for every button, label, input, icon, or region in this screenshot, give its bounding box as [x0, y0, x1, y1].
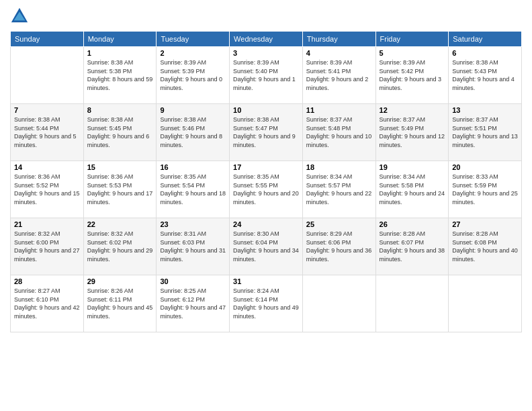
day-info: Sunrise: 8:33 AMSunset: 5:59 PMDaylight:… [452, 173, 518, 206]
calendar-cell: 9Sunrise: 8:38 AMSunset: 5:46 PMDaylight… [157, 104, 230, 161]
day-number: 23 [160, 220, 226, 228]
calendar-cell: 21Sunrise: 8:32 AMSunset: 6:00 PMDayligh… [11, 218, 84, 275]
page: SundayMondayTuesdayWednesdayThursdayFrid… [0, 0, 532, 411]
day-info: Sunrise: 8:34 AMSunset: 5:58 PMDaylight:… [380, 173, 445, 206]
day-info: Sunrise: 8:38 AMSunset: 5:45 PMDaylight:… [87, 116, 153, 149]
day-number: 2 [160, 49, 226, 57]
calendar-cell: 5Sunrise: 8:39 AMSunset: 5:42 PMDaylight… [375, 47, 449, 104]
calendar-header-row: SundayMondayTuesdayWednesdayThursdayFrid… [11, 32, 522, 47]
logo-icon [10, 7, 29, 26]
day-number: 10 [233, 106, 299, 114]
day-number: 30 [160, 277, 226, 285]
calendar-week-2: 7Sunrise: 8:38 AMSunset: 5:44 PMDaylight… [11, 104, 522, 161]
calendar-cell: 23Sunrise: 8:31 AMSunset: 6:03 PMDayligh… [157, 218, 230, 275]
day-info: Sunrise: 8:38 AMSunset: 5:38 PMDaylight:… [87, 58, 153, 92]
day-number: 27 [452, 220, 518, 228]
calendar-week-4: 21Sunrise: 8:32 AMSunset: 6:00 PMDayligh… [11, 218, 522, 275]
calendar-cell [11, 47, 84, 104]
calendar-header-wednesday: Wednesday [230, 32, 303, 47]
day-info: Sunrise: 8:27 AMSunset: 6:10 PMDaylight:… [14, 287, 80, 320]
calendar-header-sunday: Sunday [11, 32, 84, 47]
day-number: 1 [87, 49, 153, 57]
day-info: Sunrise: 8:36 AMSunset: 5:53 PMDaylight:… [87, 173, 153, 206]
day-info: Sunrise: 8:37 AMSunset: 5:51 PMDaylight:… [452, 116, 518, 149]
calendar-cell: 14Sunrise: 8:36 AMSunset: 5:52 PMDayligh… [11, 161, 84, 218]
calendar-cell: 31Sunrise: 8:24 AMSunset: 6:14 PMDayligh… [230, 275, 303, 332]
day-number: 11 [306, 106, 372, 114]
calendar-cell: 18Sunrise: 8:34 AMSunset: 5:57 PMDayligh… [302, 161, 375, 218]
day-info: Sunrise: 8:28 AMSunset: 6:07 PMDaylight:… [380, 230, 445, 263]
day-info: Sunrise: 8:30 AMSunset: 6:04 PMDaylight:… [233, 230, 299, 263]
day-number: 26 [380, 220, 445, 228]
calendar-header-saturday: Saturday [449, 32, 522, 47]
day-number: 5 [380, 49, 445, 57]
calendar-table: SundayMondayTuesdayWednesdayThursdayFrid… [10, 31, 522, 332]
calendar-cell: 7Sunrise: 8:38 AMSunset: 5:44 PMDaylight… [11, 104, 84, 161]
day-number: 22 [87, 220, 153, 228]
day-number: 31 [233, 277, 299, 285]
calendar-cell [375, 275, 449, 332]
calendar-cell: 29Sunrise: 8:26 AMSunset: 6:11 PMDayligh… [83, 275, 157, 332]
calendar-cell: 27Sunrise: 8:28 AMSunset: 6:08 PMDayligh… [449, 218, 522, 275]
day-info: Sunrise: 8:38 AMSunset: 5:46 PMDaylight:… [160, 116, 226, 149]
calendar-cell: 3Sunrise: 8:39 AMSunset: 5:40 PMDaylight… [230, 47, 303, 104]
day-number: 18 [306, 163, 372, 171]
day-number: 13 [452, 106, 518, 114]
day-info: Sunrise: 8:28 AMSunset: 6:08 PMDaylight:… [452, 230, 518, 263]
day-number: 16 [160, 163, 226, 171]
calendar-header-tuesday: Tuesday [157, 32, 230, 47]
day-number: 20 [452, 163, 518, 171]
day-info: Sunrise: 8:35 AMSunset: 5:55 PMDaylight:… [233, 173, 299, 206]
calendar-cell: 1Sunrise: 8:38 AMSunset: 5:38 PMDaylight… [83, 47, 157, 104]
calendar-cell [302, 275, 375, 332]
day-number: 12 [380, 106, 445, 114]
day-info: Sunrise: 8:39 AMSunset: 5:42 PMDaylight:… [380, 58, 445, 92]
day-number: 24 [233, 220, 299, 228]
day-number: 19 [380, 163, 445, 171]
day-number: 15 [87, 163, 153, 171]
day-info: Sunrise: 8:24 AMSunset: 6:14 PMDaylight:… [233, 287, 299, 320]
calendar-header-friday: Friday [375, 32, 449, 47]
day-info: Sunrise: 8:38 AMSunset: 5:44 PMDaylight:… [14, 116, 80, 149]
calendar-cell: 22Sunrise: 8:32 AMSunset: 6:02 PMDayligh… [83, 218, 157, 275]
day-info: Sunrise: 8:38 AMSunset: 5:43 PMDaylight:… [452, 58, 518, 92]
calendar-cell: 11Sunrise: 8:37 AMSunset: 5:48 PMDayligh… [302, 104, 375, 161]
logo [10, 7, 30, 26]
day-number: 9 [160, 106, 226, 114]
day-info: Sunrise: 8:32 AMSunset: 6:02 PMDaylight:… [87, 230, 153, 263]
calendar-cell: 6Sunrise: 8:38 AMSunset: 5:43 PMDaylight… [449, 47, 522, 104]
day-info: Sunrise: 8:39 AMSunset: 5:40 PMDaylight:… [233, 58, 299, 92]
day-number: 3 [233, 49, 299, 57]
calendar-cell: 25Sunrise: 8:29 AMSunset: 6:06 PMDayligh… [302, 218, 375, 275]
day-info: Sunrise: 8:35 AMSunset: 5:54 PMDaylight:… [160, 173, 226, 206]
day-number: 25 [306, 220, 372, 228]
day-info: Sunrise: 8:39 AMSunset: 5:41 PMDaylight:… [306, 58, 372, 92]
day-info: Sunrise: 8:36 AMSunset: 5:52 PMDaylight:… [14, 173, 80, 206]
day-info: Sunrise: 8:38 AMSunset: 5:47 PMDaylight:… [233, 116, 299, 149]
day-info: Sunrise: 8:37 AMSunset: 5:48 PMDaylight:… [306, 116, 372, 149]
header [10, 7, 522, 26]
calendar-week-1: 1Sunrise: 8:38 AMSunset: 5:38 PMDaylight… [11, 47, 522, 104]
day-number: 21 [14, 220, 80, 228]
calendar-cell: 19Sunrise: 8:34 AMSunset: 5:58 PMDayligh… [375, 161, 449, 218]
day-info: Sunrise: 8:29 AMSunset: 6:06 PMDaylight:… [306, 230, 372, 263]
calendar-cell: 4Sunrise: 8:39 AMSunset: 5:41 PMDaylight… [302, 47, 375, 104]
calendar-cell: 26Sunrise: 8:28 AMSunset: 6:07 PMDayligh… [375, 218, 449, 275]
calendar-week-3: 14Sunrise: 8:36 AMSunset: 5:52 PMDayligh… [11, 161, 522, 218]
calendar-cell: 10Sunrise: 8:38 AMSunset: 5:47 PMDayligh… [230, 104, 303, 161]
day-number: 29 [87, 277, 153, 285]
calendar-cell: 2Sunrise: 8:39 AMSunset: 5:39 PMDaylight… [157, 47, 230, 104]
calendar-header-thursday: Thursday [302, 32, 375, 47]
calendar-header-monday: Monday [83, 32, 157, 47]
calendar-cell: 12Sunrise: 8:37 AMSunset: 5:49 PMDayligh… [375, 104, 449, 161]
calendar-cell [449, 275, 522, 332]
day-number: 6 [452, 49, 518, 57]
calendar-cell: 16Sunrise: 8:35 AMSunset: 5:54 PMDayligh… [157, 161, 230, 218]
day-info: Sunrise: 8:37 AMSunset: 5:49 PMDaylight:… [380, 116, 445, 149]
day-number: 4 [306, 49, 372, 57]
calendar-cell: 13Sunrise: 8:37 AMSunset: 5:51 PMDayligh… [449, 104, 522, 161]
day-number: 17 [233, 163, 299, 171]
day-number: 7 [14, 106, 80, 114]
day-number: 28 [14, 277, 80, 285]
calendar-cell: 30Sunrise: 8:25 AMSunset: 6:12 PMDayligh… [157, 275, 230, 332]
